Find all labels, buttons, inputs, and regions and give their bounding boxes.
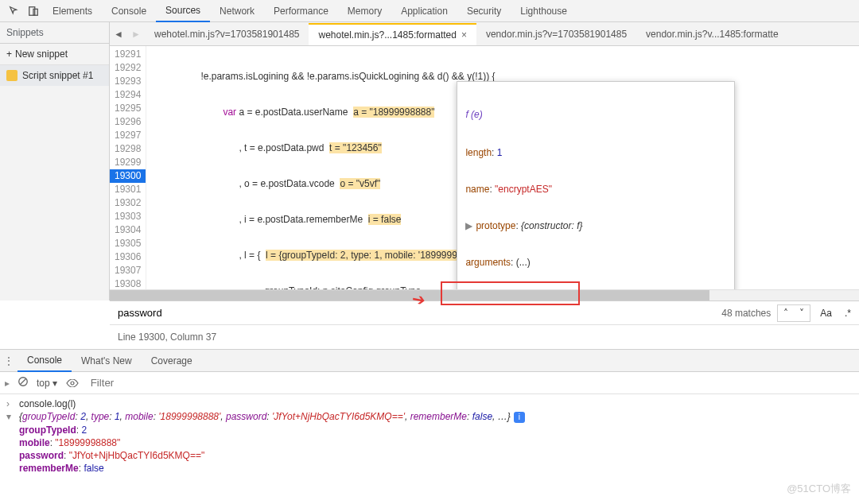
- tab-memory[interactable]: Memory: [338, 1, 391, 21]
- drawer-tab-whatsnew[interactable]: What's New: [72, 351, 142, 371]
- chevron-right-icon: ›: [6, 398, 16, 409]
- snippet-icon: [6, 70, 17, 81]
- chevron-down-icon: ▾: [52, 378, 57, 389]
- snippets-panel: Snippets +New snippet Script snippet #1: [0, 22, 110, 300]
- clear-console-icon[interactable]: [17, 376, 29, 390]
- new-snippet-button[interactable]: +New snippet: [0, 44, 109, 65]
- snippets-header: Snippets: [0, 22, 109, 44]
- expand-icon[interactable]: ▾: [6, 411, 16, 422]
- file-tab-bar: ◄ ► wehotel.min.js?v=1703581901485 wehot…: [110, 22, 859, 46]
- tab-console[interactable]: Console: [102, 1, 156, 21]
- nav-fwd-icon[interactable]: ►: [127, 29, 145, 40]
- collapse-icon[interactable]: ▸: [5, 378, 10, 389]
- svg-line-3: [21, 379, 26, 385]
- match-count: 48 matches: [721, 308, 771, 319]
- tooltip-title: f (e): [457, 104, 734, 123]
- bottom-drawer: ⋮ Console What's New Coverage ▸ top▾ ›co…: [0, 349, 859, 478]
- file-tab[interactable]: wehotel.min.js?v=1703581901485: [145, 24, 309, 45]
- console-toolbar: ▸ top▾: [0, 372, 859, 394]
- drawer-tab-console[interactable]: Console: [17, 350, 72, 372]
- info-badge-icon[interactable]: i: [514, 412, 525, 423]
- code-editor[interactable]: 1929119292192931929419295192961929719298…: [110, 46, 859, 289]
- live-expression-icon[interactable]: [65, 376, 80, 390]
- tab-sources[interactable]: Sources: [156, 0, 210, 22]
- search-nav: ˄ ˅: [777, 304, 810, 322]
- tab-network[interactable]: Network: [210, 1, 264, 21]
- tab-application[interactable]: Application: [391, 1, 457, 21]
- device-mode-icon[interactable]: [24, 2, 43, 21]
- file-tab[interactable]: vendor.min.js?v...1485:formatte: [636, 24, 788, 45]
- object-tooltip: f (e) length: 1 name: "encryptAES" ▶prot…: [457, 81, 735, 289]
- inspect-icon[interactable]: [5, 2, 24, 21]
- new-snippet-label: New snippet: [15, 48, 68, 60]
- tab-performance[interactable]: Performance: [264, 1, 338, 21]
- close-icon[interactable]: ×: [461, 29, 467, 41]
- line-gutter: 1929119292192931929419295192961929719298…: [110, 46, 146, 289]
- watermark: @51CTO博客: [787, 482, 851, 496]
- context-selector[interactable]: top▾: [37, 378, 57, 389]
- svg-point-4: [71, 382, 74, 385]
- annotation-redbox: [441, 281, 580, 305]
- status-bar: Line 19300, Column 37: [110, 324, 859, 349]
- filter-input[interactable]: [87, 374, 854, 392]
- snippet-item[interactable]: Script snippet #1: [0, 65, 109, 86]
- search-prev-icon[interactable]: ˄: [778, 305, 794, 321]
- svg-rect-0: [29, 6, 35, 15]
- tab-security[interactable]: Security: [457, 1, 511, 21]
- console-object-preview[interactable]: {groupTypeId: 2, type: 1, mobile: '18999…: [19, 411, 853, 423]
- drawer-tab-coverage[interactable]: Coverage: [142, 351, 202, 371]
- console-output: ›console.log(l) ▾{groupTypeId: 2, type: …: [0, 394, 859, 478]
- svg-rect-1: [33, 9, 37, 15]
- source-view: !e.params.isLogining && !e.params.isQuic…: [146, 46, 859, 289]
- plus-icon: +: [6, 48, 12, 60]
- drawer-menu-icon[interactable]: ⋮: [0, 355, 17, 366]
- regex-toggle[interactable]: .*: [842, 306, 854, 320]
- match-case-toggle[interactable]: Aa: [817, 306, 835, 320]
- drawer-tab-bar: ⋮ Console What's New Coverage: [0, 350, 859, 372]
- file-tab-active[interactable]: wehotel.min.js?...1485:formatted×: [309, 23, 476, 45]
- tab-elements[interactable]: Elements: [43, 1, 102, 21]
- search-next-icon[interactable]: ˅: [794, 305, 810, 321]
- file-tab-label: wehotel.min.js?...1485:formatted: [318, 29, 456, 41]
- snippet-item-label: Script snippet #1: [22, 70, 93, 81]
- devtools-tab-bar: Elements Console Sources Network Perform…: [0, 0, 859, 22]
- editor-area: ◄ ► wehotel.min.js?v=1703581901485 wehot…: [110, 22, 859, 300]
- file-tab[interactable]: vendor.min.js?v=1703581901485: [476, 24, 636, 45]
- tab-lighthouse[interactable]: Lighthouse: [511, 1, 577, 21]
- nav-back-icon[interactable]: ◄: [110, 29, 127, 40]
- console-input-echo: console.log(l): [19, 398, 853, 409]
